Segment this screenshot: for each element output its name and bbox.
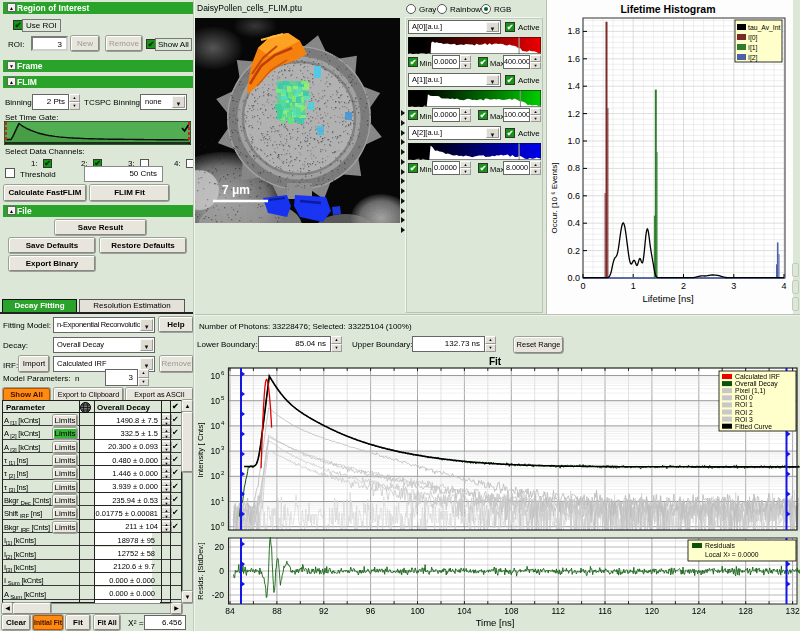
svg-text:88: 88 xyxy=(272,606,282,616)
svg-text:84: 84 xyxy=(225,606,235,616)
svg-text:0: 0 xyxy=(219,566,224,576)
svg-text:1: 1 xyxy=(221,496,225,502)
svg-text:10: 10 xyxy=(211,396,221,406)
svg-text:1.0: 1.0 xyxy=(567,136,580,146)
svg-text:10: 10 xyxy=(211,522,221,532)
svg-text:1.4: 1.4 xyxy=(567,81,580,91)
svg-text:10: 10 xyxy=(211,446,221,456)
svg-text:10: 10 xyxy=(211,497,221,507)
svg-text:10: 10 xyxy=(211,471,221,481)
svg-text:7 μm: 7 μm xyxy=(222,183,250,197)
svg-text:Resids. [StdDev.]: Resids. [StdDev.] xyxy=(196,542,205,599)
svg-text:Fitted Curve: Fitted Curve xyxy=(735,423,772,430)
svg-text:Lifetime Histogram: Lifetime Histogram xyxy=(620,3,715,15)
svg-text:4: 4 xyxy=(221,420,225,426)
svg-text:Calculated IRF: Calculated IRF xyxy=(735,373,780,380)
svg-text:112: 112 xyxy=(551,606,565,616)
svg-text:4: 4 xyxy=(781,281,786,291)
svg-text:116: 116 xyxy=(598,606,612,616)
svg-text:100: 100 xyxy=(410,606,424,616)
svg-text:Time [ns]: Time [ns] xyxy=(476,617,515,628)
svg-text:0.4: 0.4 xyxy=(567,218,580,228)
svg-text:tau_Av_Int: tau_Av_Int xyxy=(748,24,780,32)
svg-text:128: 128 xyxy=(739,606,753,616)
svg-text:-20: -20 xyxy=(212,590,225,600)
svg-text:Intensity [ Cnts]: Intensity [ Cnts] xyxy=(196,422,205,477)
svg-text:I[0]: I[0] xyxy=(748,34,758,42)
svg-text:ROI 1: ROI 1 xyxy=(735,401,753,408)
svg-text:ROI 0: ROI 0 xyxy=(735,394,753,401)
svg-text:3: 3 xyxy=(221,445,225,451)
svg-text:10: 10 xyxy=(211,421,221,431)
svg-text:ROI 2: ROI 2 xyxy=(735,409,753,416)
svg-text:96: 96 xyxy=(366,606,376,616)
svg-text:2: 2 xyxy=(221,470,225,476)
svg-text:0.2: 0.2 xyxy=(567,246,580,256)
svg-text:132: 132 xyxy=(786,606,800,616)
svg-text:6: 6 xyxy=(221,370,225,376)
svg-text:124: 124 xyxy=(692,606,706,616)
svg-text:108: 108 xyxy=(504,606,518,616)
svg-text:20: 20 xyxy=(215,542,225,552)
svg-text:0: 0 xyxy=(221,521,225,527)
svg-text:Occur. [10 ⁶ Events]: Occur. [10 ⁶ Events] xyxy=(550,163,559,234)
svg-text:0.6: 0.6 xyxy=(567,191,580,201)
svg-text:3: 3 xyxy=(731,281,736,291)
svg-text:Residuals: Residuals xyxy=(705,542,735,549)
svg-text:2: 2 xyxy=(681,281,686,291)
svg-text:120: 120 xyxy=(645,606,659,616)
svg-text:10: 10 xyxy=(211,371,221,381)
svg-text:0.0: 0.0 xyxy=(567,273,580,283)
svg-text:I[2]: I[2] xyxy=(748,54,758,62)
svg-text:1.8: 1.8 xyxy=(567,26,580,36)
svg-text:1: 1 xyxy=(631,281,636,291)
svg-text:ROI 3: ROI 3 xyxy=(735,416,753,423)
svg-text:I[1]: I[1] xyxy=(748,44,758,52)
svg-text:Lifetime [ns]: Lifetime [ns] xyxy=(642,293,693,304)
svg-text:1.6: 1.6 xyxy=(567,54,580,64)
svg-text:0: 0 xyxy=(580,281,585,291)
svg-text:104: 104 xyxy=(457,606,471,616)
svg-text:0.8: 0.8 xyxy=(567,163,580,173)
svg-text:92: 92 xyxy=(319,606,329,616)
svg-text:Local X² = 0.0000: Local X² = 0.0000 xyxy=(705,551,759,558)
svg-text:Fit: Fit xyxy=(489,356,502,367)
svg-text:1.2: 1.2 xyxy=(567,109,580,119)
svg-text:5: 5 xyxy=(221,395,225,401)
